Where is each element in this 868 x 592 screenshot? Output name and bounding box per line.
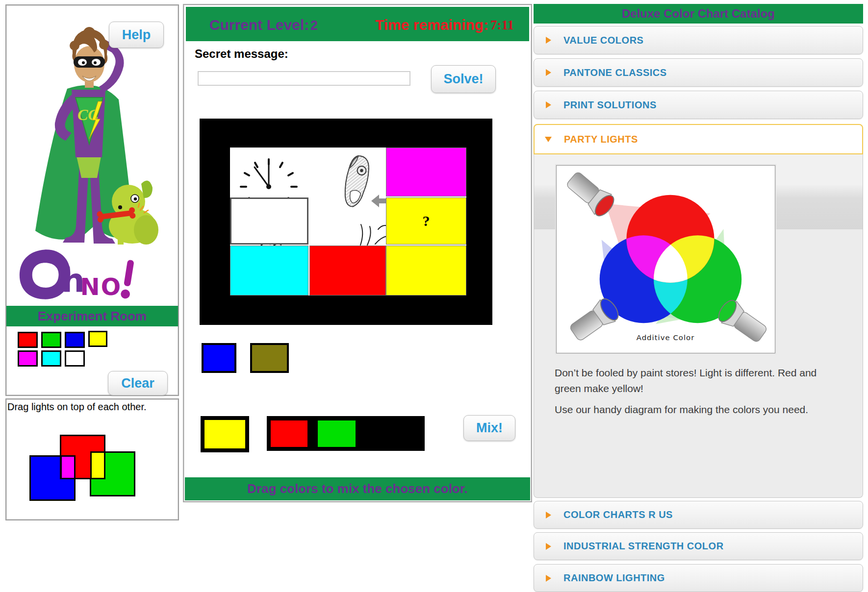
palette-swatch-white[interactable] <box>65 350 85 367</box>
experiment-room-title: Experiment Room <box>38 309 147 324</box>
accordion-label: RAINBOW LIGHTING <box>563 572 665 584</box>
mix-button[interactable]: Mix! <box>463 415 515 441</box>
puzzle-board: ? <box>200 119 492 325</box>
puzzle-cell-yellow[interactable] <box>386 246 466 296</box>
help-button[interactable]: Help <box>109 22 164 48</box>
accordion-label: INDUSTRIAL STRENGTH COLOR <box>563 541 724 552</box>
hero-panel: CC <box>5 4 179 396</box>
accordion-color-charts-r-us[interactable]: COLOR CHARTS R US <box>534 501 863 529</box>
oh-no-logo: h NO <box>16 244 149 306</box>
accordion-industrial-strength-color[interactable]: INDUSTRIAL STRENGTH COLOR <box>534 532 863 560</box>
puzzle-cell-red[interactable] <box>309 246 386 296</box>
palette-swatch-red[interactable] <box>18 332 38 348</box>
secret-message-input[interactable] <box>198 71 410 86</box>
accordion-label: COLOR CHARTS R US <box>563 509 673 520</box>
current-level-value: 2 <box>310 18 318 33</box>
palette-swatch-cyan[interactable] <box>41 350 61 367</box>
mixing-tray[interactable] <box>267 416 425 451</box>
additive-color-diagram-svg: Additive Color <box>557 166 775 353</box>
footer-instruction: Drag colors to mix the chosen color. <box>247 481 467 496</box>
app-stage: CC <box>0 0 868 592</box>
palette-swatch-magenta[interactable] <box>18 350 38 367</box>
catalog-title-bar: Deluxe Color Chart Catalog <box>534 4 863 24</box>
chevron-right-icon <box>546 512 551 518</box>
palette-swatch-blue[interactable] <box>65 332 85 348</box>
chevron-right-icon <box>546 543 551 550</box>
solve-button[interactable]: Solve! <box>431 65 496 93</box>
experiment-room-header: Experiment Room <box>6 306 178 326</box>
accordion-party-lights[interactable]: PARTY LIGHTS <box>534 124 863 154</box>
additive-color-diagram: Additive Color <box>556 165 775 353</box>
puzzle-cell-magenta[interactable] <box>386 148 466 197</box>
accordion-label: PANTONE CLASSICS <box>563 67 667 78</box>
sandbox-instruction: Drag lights on top of each other. <box>7 401 147 413</box>
mixed-swatch-olive[interactable] <box>250 343 289 373</box>
chevron-right-icon <box>546 37 551 44</box>
time-remaining-label: Time remaining: <box>375 17 488 33</box>
accordion-label: PRINT SOLUTIONS <box>563 99 657 111</box>
shoe-drawing <box>341 154 372 210</box>
mixing-swatch-red[interactable] <box>271 420 307 447</box>
secret-message-label: Secret message: <box>195 47 288 61</box>
party-lights-paragraph-1: Don’t be fooled by paint stores! Light i… <box>555 365 842 396</box>
logo-no: NO <box>80 273 122 300</box>
party-lights-content: Additive Color Don’t be fooled by paint … <box>534 154 863 498</box>
accordion-label: PARTY LIGHTS <box>564 134 638 145</box>
game-panel: Current Level: 2 Time remaining: 7:11 Se… <box>183 4 532 502</box>
palette-swatch-green[interactable] <box>41 332 61 348</box>
accordion-print-solutions[interactable]: PRINT SOLUTIONS <box>534 91 863 119</box>
palette-swatch-yellow[interactable] <box>88 331 107 347</box>
captain-color-hero-illustration: CC <box>18 15 160 260</box>
party-lights-paragraph-2: Use our handy diagram for making the col… <box>555 402 842 418</box>
accordion-label: VALUE COLORS <box>563 35 643 46</box>
red-blue-overlap-magenta[interactable] <box>60 455 76 479</box>
chevron-right-icon <box>546 69 551 76</box>
accordion-rainbow-lighting[interactable]: RAINBOW LIGHTING <box>534 564 863 592</box>
accordion-value-colors[interactable]: VALUE COLORS <box>534 26 863 54</box>
question-mark: ? <box>423 213 430 229</box>
game-footer-bar: Drag colors to mix the chosen color. <box>185 477 530 500</box>
time-remaining-value: 7:11 <box>490 18 514 33</box>
mixing-swatch-green[interactable] <box>318 420 356 447</box>
chevron-down-icon <box>545 137 552 142</box>
chevron-right-icon <box>546 575 551 582</box>
puzzle-cell-cyan[interactable] <box>230 246 308 296</box>
clear-button[interactable]: Clear <box>108 371 168 395</box>
mixed-swatch-blue[interactable] <box>202 343 236 373</box>
chosen-color-swatch[interactable] <box>201 416 249 452</box>
puzzle-cell-target[interactable]: ? <box>386 197 466 245</box>
catalog-title: Deluxe Color Chart Catalog <box>622 7 775 21</box>
chevron-right-icon <box>546 101 551 108</box>
current-level-label: Current Level: <box>209 17 309 33</box>
accordion-pantone-classics[interactable]: PANTONE CLASSICS <box>534 58 863 87</box>
light-sandbox-panel: Drag lights on top of each other. <box>5 398 179 520</box>
red-green-overlap-yellow[interactable] <box>90 451 105 479</box>
diagram-caption: Additive Color <box>637 333 695 342</box>
puzzle-cell-white[interactable] <box>230 197 308 245</box>
